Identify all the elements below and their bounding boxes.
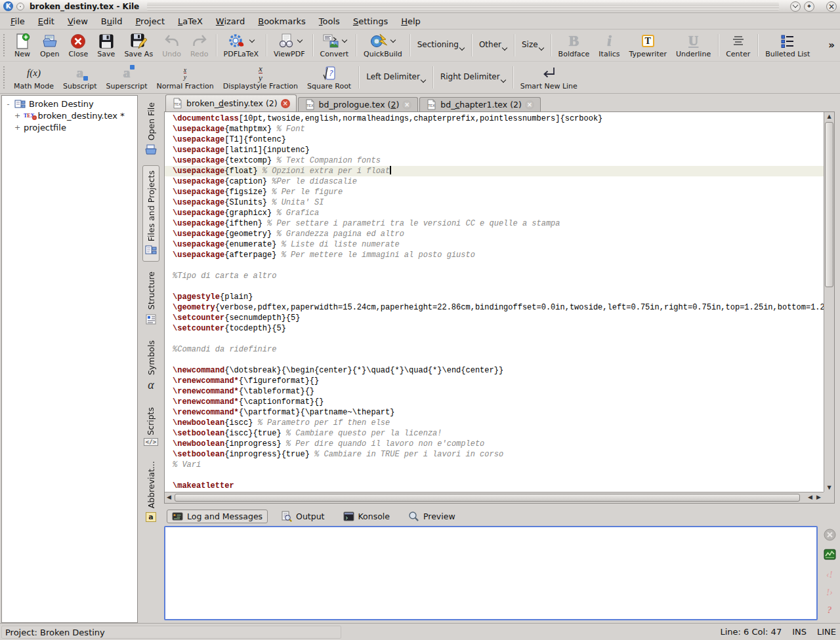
code-line[interactable]: \renewcommand*{\captionformat}{} <box>173 397 824 407</box>
code-line[interactable]: \setboolean{iscc}{true} % Cambiare quest… <box>173 428 824 439</box>
latex-log-icon-button[interactable] <box>824 549 836 563</box>
code-line[interactable]: \usepackage{figsize} % Per le figure <box>173 187 824 197</box>
tree-item-projectfile[interactable]: +projectfile <box>2 121 137 133</box>
log-messages-view[interactable] <box>164 526 818 620</box>
code-line[interactable]: \usepackage{ifthen} % Per settare i para… <box>173 218 824 229</box>
menu-bookmarks[interactable]: Bookmarks <box>251 14 312 28</box>
code-line[interactable]: \usepackage{geometry} % Grandezza pagina… <box>173 229 824 239</box>
close-tab-icon[interactable]: × <box>281 99 290 108</box>
other-button[interactable]: Other <box>474 31 511 60</box>
close-button[interactable]: Close <box>64 31 93 60</box>
question-icon-button[interactable]: ? <box>828 603 832 616</box>
editor[interactable]: \documentclass[10pt,twoside,english,norm… <box>164 111 835 504</box>
code-line[interactable] <box>173 334 824 344</box>
code-line[interactable]: \usepackage{enumerate} % Liste di liste … <box>173 239 824 250</box>
menu-tools[interactable]: Tools <box>312 14 346 28</box>
next-error-icon-button[interactable]: !› <box>826 586 833 598</box>
code-line[interactable]: \renewcommand*{\figureformat}{} <box>173 376 824 386</box>
menu-settings[interactable]: Settings <box>346 14 394 28</box>
pdflatex-button[interactable]: PDFLaTeX <box>219 31 263 60</box>
code-line[interactable]: \makeatletter <box>173 481 824 491</box>
code-line[interactable]: \usepackage{mathptmx} % Font <box>173 124 824 134</box>
tree-expander[interactable]: - <box>5 100 11 108</box>
scroll-right-arrow-icon[interactable]: ▶ <box>816 494 821 500</box>
menu-build[interactable]: Build <box>94 14 129 28</box>
editor-tab-broken-destiny-tex-2[interactable]: TEXbroken_destiny.tex (2)× <box>165 94 297 111</box>
editor-tab-bd-chapter1-tex-2[interactable]: TEXbd_chapter1.tex (2)× <box>419 97 541 111</box>
toolbar-drag-handle[interactable] <box>3 66 6 89</box>
code-line[interactable]: \usepackage{textcomp} % Text Companion f… <box>173 155 824 166</box>
code-line[interactable]: \setcounter{tocdepth}{5} <box>173 323 824 334</box>
sidebar-tab-open-file[interactable]: Open File <box>142 97 159 161</box>
bottom-tab-konsole[interactable]: Konsole <box>338 510 395 523</box>
quickbuild-button[interactable]: QuickBuild <box>359 31 407 60</box>
code-line[interactable]: \usepackage{SIunits} % Unita' SI <box>173 197 824 208</box>
close-tab-icon[interactable]: × <box>525 100 534 110</box>
horizontal-scrollbar[interactable]: ◀ ◀ ▶ <box>165 492 824 503</box>
menu-project[interactable]: Project <box>129 14 171 28</box>
code-line[interactable]: \usepackage{float} % Opzioni extra per i… <box>165 166 824 176</box>
size-button[interactable]: Size <box>517 31 548 60</box>
underline-button[interactable]: UUnderline <box>671 31 715 60</box>
bottom-tab-preview[interactable]: Preview <box>403 509 461 524</box>
code-line[interactable]: \setboolean{inprogress}{true} % Cambiare… <box>173 449 824 460</box>
editor-code-area[interactable]: \documentclass[10pt,twoside,english,norm… <box>165 112 824 492</box>
displaystyle-fraction-button[interactable]: xyDisplaystyle Fraction <box>219 63 303 92</box>
vertical-scroll-thumb[interactable] <box>825 122 833 287</box>
menu-latex[interactable]: LaTeX <box>171 14 209 28</box>
sidebar-tab-abbreviat[interactable]: Abbreviat...a <box>144 456 158 527</box>
open-button[interactable]: Open <box>35 31 64 60</box>
center-button[interactable]: Center <box>721 31 755 60</box>
code-line[interactable]: \setcounter{secnumdepth}{5} <box>173 313 824 323</box>
typewriter-button[interactable]: TTypewriter <box>625 31 671 60</box>
save-as-button[interactable]: Save As <box>119 31 158 60</box>
titlebar[interactable]: K broken_destiny.tex - Kile ◆ × <box>0 0 840 13</box>
code-line[interactable] <box>173 470 824 481</box>
menu-wizard[interactable]: Wizard <box>209 14 251 28</box>
code-line[interactable]: \usepackage{afterpage} % Per mettere le … <box>173 250 824 260</box>
sticky-button[interactable] <box>16 3 24 10</box>
new-button[interactable]: New <box>9 31 35 60</box>
menu-file[interactable]: File <box>4 14 32 28</box>
sidebar-tab-symbols[interactable]: Symbolsα <box>144 335 158 397</box>
sidebar-tab-files-and-projects[interactable]: Files and Projects <box>142 165 159 262</box>
viewpdf-button[interactable]: ViewPDF <box>269 31 310 60</box>
menu-help[interactable]: Help <box>394 14 427 28</box>
code-line[interactable]: \renewcommand*{\tableformat}{} <box>173 386 824 397</box>
tree-item-project-root[interactable]: -Broken Destiny <box>2 98 137 110</box>
minimize-button[interactable] <box>790 1 801 12</box>
code-line[interactable]: \usepackage{caption} %Per le didascalie <box>173 176 824 187</box>
math-mode-button[interactable]: f(x)Math Mode <box>9 63 58 92</box>
scroll-left-arrow-icon[interactable]: ◀ <box>167 494 171 500</box>
code-line[interactable]: \newboolean{inprogress} % Per dire quand… <box>173 439 824 449</box>
tree-expander[interactable]: + <box>14 112 20 119</box>
horizontal-scroll-thumb[interactable] <box>175 494 800 502</box>
tree-item-broken-destiny-tex[interactable]: +TEXbroken_destiny.tex * <box>2 110 137 121</box>
menu-edit[interactable]: Edit <box>32 14 61 28</box>
scroll-left-arrow2-icon[interactable]: ◀ <box>808 494 812 500</box>
maximize-button[interactable]: ◆ <box>804 1 814 12</box>
code-line[interactable]: \documentclass[10pt,twoside,english,norm… <box>173 113 824 124</box>
code-line[interactable]: \usepackage[T1]{fontenc} <box>173 134 824 145</box>
boldface-button[interactable]: BBoldface <box>554 31 595 60</box>
sidebar-tab-scripts[interactable]: Scripts</> <box>142 402 160 452</box>
sectioning-button[interactable]: Sectioning <box>413 31 469 60</box>
square-root-button[interactable]: ?Square Root <box>303 63 356 92</box>
superscript-button[interactable]: aSuperscript <box>102 63 152 92</box>
code-line[interactable]: \newboolean{iscc} % Parametro per if the… <box>173 418 824 428</box>
italics-button[interactable]: iItalics <box>594 31 624 60</box>
code-line[interactable] <box>173 281 824 292</box>
toolbar-overflow-button[interactable]: » <box>826 39 837 51</box>
scroll-down-arrow-icon[interactable]: ▼ <box>824 485 834 490</box>
normal-fraction-button[interactable]: xyNormal Fraction <box>152 63 218 92</box>
editor-tab-bd-prologue-tex-2[interactable]: TEXbd_prologue.tex (2)× <box>298 97 419 111</box>
code-line[interactable]: \usepackage[latin1]{inputenc} <box>173 145 824 155</box>
vertical-scrollbar[interactable]: ▲ ▼ <box>824 112 834 492</box>
code-line[interactable]: %Comandi da ridefinire <box>173 344 824 355</box>
bulleted-list-button[interactable]: Bulleted List <box>761 31 814 60</box>
close-tab-icon[interactable]: × <box>402 100 411 110</box>
scroll-up-arrow-icon[interactable]: ▲ <box>824 113 834 119</box>
sidebar-tab-structure[interactable]: Structure <box>143 266 159 330</box>
code-line[interactable]: \pagestyle{plain} <box>173 292 824 302</box>
bottom-tab-log-and-messages[interactable]: Log and Messages <box>167 510 268 523</box>
